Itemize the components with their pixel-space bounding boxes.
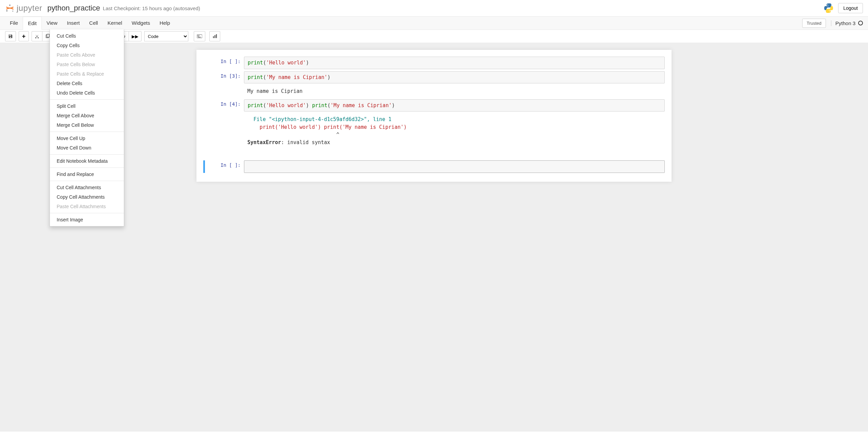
svg-rect-15 xyxy=(214,35,215,38)
menu-cell[interactable]: Cell xyxy=(84,17,103,29)
edit-menu-paste-cells-above: Paste Cells Above xyxy=(50,50,124,60)
cut-button[interactable] xyxy=(32,31,42,41)
code-cell[interactable]: In [3]:print('My name is Ciprian') xyxy=(203,71,665,84)
menu-divider xyxy=(50,154,124,155)
checkpoint-status: Last Checkpoint: 15 hours ago (autosaved… xyxy=(103,5,200,11)
output-error: File "<ipython-input-4-d1c59afd6d32>", l… xyxy=(244,114,410,148)
menu-divider xyxy=(50,167,124,168)
jupyter-logo-icon xyxy=(5,3,15,13)
edit-menu-cut-cell-attachments[interactable]: Cut Cell Attachments xyxy=(50,183,124,192)
edit-menu-merge-cell-below[interactable]: Merge Cell Below xyxy=(50,120,124,130)
edit-menu-insert-image[interactable]: Insert Image xyxy=(50,215,124,224)
svg-rect-11 xyxy=(197,36,198,37)
trusted-indicator[interactable]: Trusted xyxy=(802,19,826,28)
input-prompt: In [3]: xyxy=(203,71,244,84)
toolbar: + ↑ ↓ ▶Run ■ ↻ ▶▶ Code xyxy=(0,30,868,43)
kernel-name-label: Python 3 xyxy=(835,20,855,26)
output-text: My name is Ciprian xyxy=(244,85,306,97)
menu-widgets[interactable]: Widgets xyxy=(127,17,155,29)
input-prompt: In [ ]: xyxy=(203,57,244,69)
code-input[interactable] xyxy=(244,160,665,173)
svg-rect-10 xyxy=(199,35,200,36)
python-icon xyxy=(823,3,834,14)
menu-edit[interactable]: Edit xyxy=(23,17,42,30)
code-input[interactable]: print('My name is Ciprian') xyxy=(244,71,665,84)
menu-kernel[interactable]: Kernel xyxy=(103,17,127,29)
edit-menu-split-cell[interactable]: Split Cell xyxy=(50,101,124,111)
svg-point-1 xyxy=(6,10,7,12)
jupyter-logo[interactable]: jupyter xyxy=(5,3,42,13)
logout-button[interactable]: Logout xyxy=(838,3,863,13)
header: jupyter python_practice Last Checkpoint:… xyxy=(0,0,868,17)
input-prompt: In [ ]: xyxy=(205,160,244,173)
svg-point-2 xyxy=(12,11,13,12)
edit-menu-find-and-replace[interactable]: Find and Replace xyxy=(50,170,124,179)
menu-file[interactable]: File xyxy=(5,17,23,29)
edit-menu-cut-cells[interactable]: Cut Cells xyxy=(50,31,124,41)
save-button[interactable] xyxy=(5,31,16,41)
output-prompt xyxy=(203,85,244,97)
edit-menu-copy-cells[interactable]: Copy Cells xyxy=(50,41,124,50)
menu-divider xyxy=(50,99,124,100)
svg-rect-8 xyxy=(197,35,198,36)
input-prompt: In [4]: xyxy=(203,99,244,112)
svg-rect-9 xyxy=(198,35,199,36)
add-cell-button[interactable]: + xyxy=(19,31,29,41)
menu-divider xyxy=(50,213,124,213)
chart-icon-button[interactable] xyxy=(209,31,220,41)
menu-divider xyxy=(50,132,124,132)
code-input[interactable]: print('Hello world') xyxy=(244,57,665,69)
svg-rect-4 xyxy=(47,34,49,37)
edit-menu-edit-notebook-metadata[interactable]: Edit Notebook Metadata xyxy=(50,156,124,166)
edit-menu-dropdown: Cut CellsCopy CellsPaste Cells AbovePast… xyxy=(50,29,124,226)
edit-menu-move-cell-down[interactable]: Move Cell Down xyxy=(50,143,124,153)
edit-menu-copy-cell-attachments[interactable]: Copy Cell Attachments xyxy=(50,192,124,202)
restart-run-all-button[interactable]: ▶▶ xyxy=(129,31,141,41)
menu-insert[interactable]: Insert xyxy=(62,17,84,29)
code-input[interactable]: print('Hello world') print('My name is C… xyxy=(244,99,665,112)
svg-rect-14 xyxy=(213,36,214,38)
edit-menu-paste-cells-below: Paste Cells Below xyxy=(50,60,124,69)
kernel-status-icon xyxy=(858,21,863,25)
svg-rect-12 xyxy=(198,36,199,37)
notebook-area: In [ ]:print('Hello world')In [3]:print(… xyxy=(0,43,868,432)
menu-divider xyxy=(50,181,124,181)
svg-point-0 xyxy=(9,5,11,6)
output-row: File "<ipython-input-4-d1c59afd6d32>", l… xyxy=(203,114,665,148)
notebook-container: In [ ]:print('Hello world')In [3]:print(… xyxy=(196,50,672,182)
edit-menu-paste-cells-replace: Paste Cells & Replace xyxy=(50,69,124,79)
menu-view[interactable]: View xyxy=(42,17,62,29)
command-palette-button[interactable] xyxy=(194,31,205,41)
cell-type-select[interactable]: Code xyxy=(144,31,188,41)
jupyter-logo-text: jupyter xyxy=(17,3,42,13)
output-row: My name is Ciprian xyxy=(203,85,665,97)
menubar: FileEditViewInsertCellKernelWidgetsHelp … xyxy=(0,17,868,30)
edit-menu-undo-delete-cells[interactable]: Undo Delete Cells xyxy=(50,88,124,98)
code-cell[interactable]: In [ ]:print('Hello world') xyxy=(203,57,665,69)
output-prompt xyxy=(203,114,244,148)
code-cell[interactable]: In [ ]: xyxy=(203,160,665,173)
edit-menu-merge-cell-above[interactable]: Merge Cell Above xyxy=(50,111,124,120)
kernel-name[interactable]: Python 3 xyxy=(831,20,863,26)
menu-help[interactable]: Help xyxy=(155,17,175,29)
edit-menu-paste-cell-attachments: Paste Cell Attachments xyxy=(50,202,124,211)
edit-menu-delete-cells[interactable]: Delete Cells xyxy=(50,79,124,88)
svg-rect-13 xyxy=(198,37,201,38)
edit-menu-move-cell-up[interactable]: Move Cell Up xyxy=(50,134,124,143)
svg-rect-16 xyxy=(216,34,217,38)
notebook-name[interactable]: python_practice xyxy=(48,4,100,13)
code-cell[interactable]: In [4]:print('Hello world') print('My na… xyxy=(203,99,665,112)
